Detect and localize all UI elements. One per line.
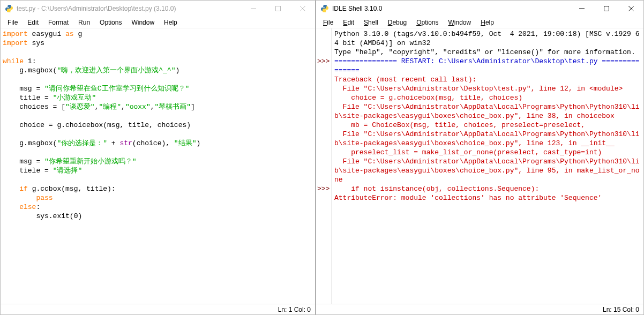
svg-point-1	[10, 11, 11, 11]
code-content: import easygui as g import sys while 1: …	[1, 28, 315, 222]
minimize-button[interactable]	[241, 1, 266, 17]
svg-rect-5	[604, 6, 609, 11]
menu-edit[interactable]: Edit	[338, 18, 359, 27]
shell-text-area: Python 3.10.0 (tags/v3.10.0:b494f59, Oct…	[332, 28, 643, 304]
shell-window-controls	[570, 1, 643, 17]
menu-file[interactable]: File	[318, 18, 338, 27]
maximize-button[interactable]	[266, 1, 290, 17]
svg-point-0	[8, 5, 8, 6]
menu-debug[interactable]: Debug	[383, 18, 411, 27]
maximize-button[interactable]	[594, 1, 619, 17]
close-button[interactable]	[619, 1, 643, 17]
shell-title: IDLE Shell 3.10.0	[332, 5, 570, 12]
prompt-gutter: >>> >>>	[316, 28, 332, 304]
shell-cursor-pos: Ln: 15 Col: 0	[603, 306, 639, 313]
prompt-indicator: >>>	[317, 57, 331, 66]
svg-rect-2	[276, 6, 281, 11]
svg-point-4	[326, 11, 326, 11]
svg-point-3	[323, 5, 324, 6]
editor-window-controls	[241, 1, 315, 17]
menu-edit[interactable]: Edit	[23, 18, 43, 27]
close-button[interactable]	[290, 1, 315, 17]
shell-titlebar: IDLE Shell 3.10.0	[316, 1, 643, 17]
menu-options[interactable]: Options	[95, 18, 126, 27]
python-icon	[320, 4, 329, 13]
menu-help[interactable]: Help	[159, 18, 182, 27]
traceback: Traceback (most recent call last):	[334, 76, 476, 84]
editor-statusbar: Ln: 1 Col: 0	[1, 304, 315, 314]
editor-window: test.py - C:\Users\Administrator\Desktop…	[0, 0, 316, 315]
menu-help[interactable]: Help	[476, 18, 499, 27]
editor-menubar: File Edit Format Run Options Window Help	[1, 17, 315, 28]
shell-window: IDLE Shell 3.10.0 File Edit Shell Debug …	[316, 0, 644, 315]
shell-menubar: File Edit Shell Debug Options Window Hel…	[316, 17, 643, 28]
code-editor[interactable]: import easygui as g import sys while 1: …	[1, 28, 315, 304]
editor-titlebar: test.py - C:\Users\Administrator\Desktop…	[1, 1, 315, 17]
restart-banner: =============== RESTART: C:\Users\Admini…	[334, 57, 640, 74]
editor-title: test.py - C:\Users\Administrator\Desktop…	[17, 5, 241, 12]
menu-run[interactable]: Run	[73, 18, 95, 27]
minimize-button[interactable]	[570, 1, 594, 17]
editor-cursor-pos: Ln: 1 Col: 0	[278, 306, 311, 313]
menu-window[interactable]: Window	[444, 18, 476, 27]
shell-output[interactable]: >>> >>> Python 3.10.0 (tags/v3.10.0:b494…	[316, 28, 643, 304]
prompt-indicator: >>>	[317, 184, 331, 193]
menu-file[interactable]: File	[3, 18, 23, 27]
menu-options[interactable]: Options	[411, 18, 443, 27]
shell-statusbar: Ln: 15 Col: 0	[316, 304, 643, 314]
menu-format[interactable]: Format	[43, 18, 73, 27]
menu-shell[interactable]: Shell	[359, 18, 383, 27]
menu-window[interactable]: Window	[126, 18, 159, 27]
python-icon	[5, 4, 13, 13]
